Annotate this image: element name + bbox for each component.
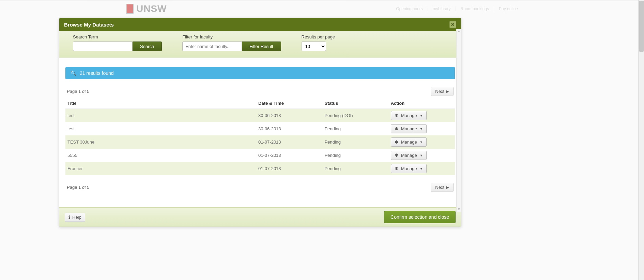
modal-body: 🔍 21 results found Page 1 of 5 Next ▶ Ti… bbox=[59, 57, 461, 207]
help-label: Help bbox=[72, 215, 81, 220]
bg-link[interactable]: Opening hours bbox=[396, 6, 423, 11]
row-date: 01-07-2013 bbox=[256, 135, 322, 149]
bg-link[interactable]: Pay online bbox=[494, 6, 518, 11]
page-indicator-bottom: Page 1 of 5 bbox=[67, 185, 90, 190]
gear-icon: ✱ bbox=[395, 153, 398, 158]
row-status: Pending bbox=[322, 162, 388, 175]
row-action-cell: ✱Manage▼ bbox=[389, 162, 455, 175]
col-title: Title bbox=[65, 98, 256, 109]
browse-datasets-modal: Browse My Datasets ✕ ▲ ▼ Search Term Sea… bbox=[59, 18, 461, 227]
gear-icon: ✱ bbox=[395, 126, 398, 131]
page-indicator-top: Page 1 of 5 bbox=[67, 89, 90, 94]
row-status: Pending (DOI) bbox=[322, 109, 388, 122]
confirm-selection-button[interactable]: Confirm selection and close bbox=[384, 211, 456, 223]
scroll-down-icon[interactable]: ▼ bbox=[457, 207, 461, 212]
scroll-up-icon[interactable]: ▲ bbox=[457, 29, 461, 34]
close-icon: ✕ bbox=[451, 22, 455, 27]
gear-icon: ✱ bbox=[395, 139, 398, 145]
datasets-table: Title Date & Time Status Action test30-0… bbox=[65, 98, 455, 175]
results-per-page-label: Results per page bbox=[302, 34, 335, 39]
row-date: 01-07-2013 bbox=[256, 162, 322, 175]
results-per-page-group: Results per page 10 bbox=[302, 34, 335, 51]
close-button[interactable]: ✕ bbox=[449, 21, 456, 28]
search-term-label: Search Term bbox=[73, 34, 162, 39]
help-button[interactable]: ℹ Help bbox=[65, 213, 85, 222]
row-title[interactable]: 5555 bbox=[65, 149, 256, 162]
row-title[interactable]: test bbox=[65, 122, 256, 135]
bg-link[interactable]: myLibrary bbox=[428, 6, 451, 11]
manage-label: Manage bbox=[401, 166, 417, 171]
table-row: test30-06-2013Pending✱Manage▼ bbox=[65, 122, 455, 135]
filter-result-button[interactable]: Filter Result bbox=[242, 42, 281, 51]
search-icon: 🔍 bbox=[71, 70, 76, 76]
manage-label: Manage bbox=[401, 113, 417, 118]
modal-footer: ℹ Help Confirm selection and close bbox=[59, 207, 461, 227]
search-term-group: Search Term Search bbox=[73, 34, 162, 51]
results-count-banner: 🔍 21 results found bbox=[65, 67, 455, 79]
next-page-button-bottom[interactable]: Next ▶ bbox=[431, 183, 454, 192]
manage-button[interactable]: ✱Manage▼ bbox=[391, 137, 427, 147]
background-top-links: Opening hours myLibrary Room bookings Pa… bbox=[396, 6, 518, 11]
faculty-filter-input[interactable] bbox=[182, 42, 242, 51]
next-label: Next bbox=[435, 185, 444, 190]
row-action-cell: ✱Manage▼ bbox=[389, 135, 455, 149]
bg-link[interactable]: Room bookings bbox=[456, 6, 489, 11]
caret-down-icon: ▼ bbox=[420, 154, 423, 157]
chevron-right-icon: ▶ bbox=[446, 89, 449, 93]
pager-bottom: Page 1 of 5 Next ▶ bbox=[65, 183, 455, 192]
row-date: 30-06-2013 bbox=[256, 109, 322, 122]
info-icon: ℹ bbox=[68, 215, 70, 220]
gear-icon: ✱ bbox=[395, 113, 398, 118]
row-action-cell: ✱Manage▼ bbox=[389, 122, 455, 135]
manage-label: Manage bbox=[401, 153, 417, 158]
window-scrollbar[interactable] bbox=[638, 0, 644, 280]
row-action-cell: ✱Manage▼ bbox=[389, 109, 455, 122]
row-status: Pending bbox=[322, 149, 388, 162]
modal-title: Browse My Datasets bbox=[64, 22, 114, 28]
unsw-logo: UNSW bbox=[126, 3, 167, 14]
row-date: 30-06-2013 bbox=[256, 122, 322, 135]
pager-top: Page 1 of 5 Next ▶ bbox=[65, 87, 455, 96]
row-title[interactable]: TEST 30June bbox=[65, 135, 256, 149]
faculty-filter-group: Filter for faculty Filter Result bbox=[182, 34, 281, 51]
col-status: Status bbox=[322, 98, 388, 109]
row-title[interactable]: test bbox=[65, 109, 256, 122]
row-action-cell: ✱Manage▼ bbox=[389, 149, 455, 162]
row-date: 01-07-2013 bbox=[256, 149, 322, 162]
search-term-input[interactable] bbox=[73, 42, 133, 51]
row-status: Pending bbox=[322, 122, 388, 135]
row-title[interactable]: Frontier bbox=[65, 162, 256, 175]
manage-label: Manage bbox=[401, 139, 417, 145]
chevron-right-icon: ▶ bbox=[446, 185, 449, 189]
search-button[interactable]: Search bbox=[133, 42, 162, 51]
table-row: test30-06-2013Pending (DOI)✱Manage▼ bbox=[65, 109, 455, 122]
manage-button[interactable]: ✱Manage▼ bbox=[391, 151, 427, 160]
unsw-logo-text: UNSW bbox=[136, 3, 167, 14]
faculty-filter-label: Filter for faculty bbox=[182, 34, 281, 39]
modal-header: Browse My Datasets ✕ bbox=[59, 18, 461, 31]
background-header: UNSW Opening hours myLibrary Room bookin… bbox=[0, 0, 644, 17]
col-date: Date & Time bbox=[256, 98, 322, 109]
manage-button[interactable]: ✱Manage▼ bbox=[391, 164, 427, 173]
caret-down-icon: ▼ bbox=[420, 141, 423, 144]
table-header-row: Title Date & Time Status Action bbox=[65, 98, 455, 109]
manage-button[interactable]: ✱Manage▼ bbox=[391, 124, 427, 133]
filter-bar: Search Term Search Filter for faculty Fi… bbox=[59, 31, 461, 57]
caret-down-icon: ▼ bbox=[420, 167, 423, 170]
row-status: Pending bbox=[322, 135, 388, 149]
scrollbar-thumb[interactable] bbox=[639, 1, 644, 52]
results-count-text: 21 results found bbox=[80, 70, 114, 76]
col-action: Action bbox=[389, 98, 455, 109]
table-row: TEST 30June01-07-2013Pending✱Manage▼ bbox=[65, 135, 455, 149]
results-per-page-select[interactable]: 10 bbox=[302, 42, 326, 51]
manage-button[interactable]: ✱Manage▼ bbox=[391, 111, 427, 120]
table-row: 555501-07-2013Pending✱Manage▼ bbox=[65, 149, 455, 162]
table-row: Frontier01-07-2013Pending✱Manage▼ bbox=[65, 162, 455, 175]
next-label: Next bbox=[435, 89, 444, 94]
caret-down-icon: ▼ bbox=[420, 114, 423, 117]
next-page-button-top[interactable]: Next ▶ bbox=[431, 87, 454, 96]
gear-icon: ✱ bbox=[395, 166, 398, 171]
unsw-crest-icon bbox=[126, 4, 134, 14]
caret-down-icon: ▼ bbox=[420, 127, 423, 131]
manage-label: Manage bbox=[401, 126, 417, 131]
